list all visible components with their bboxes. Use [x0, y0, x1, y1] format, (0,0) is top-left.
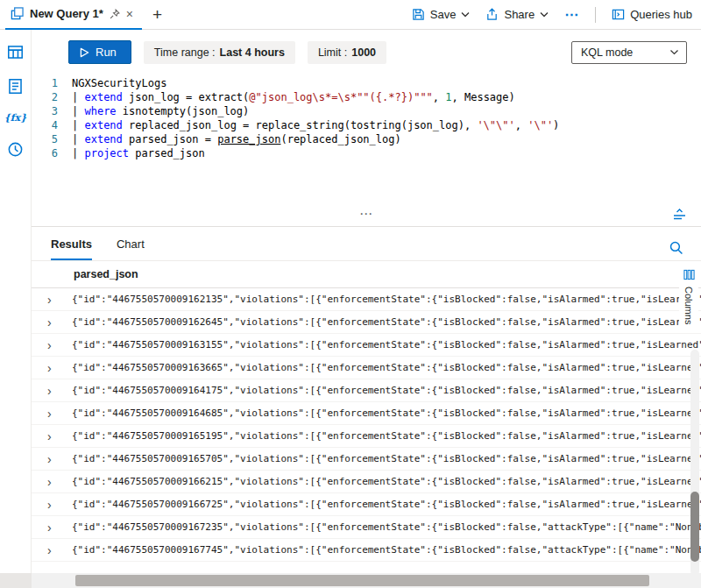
vertical-scrollbar[interactable] — [690, 350, 699, 576]
table-row[interactable]: ›{"id":"4467550570009162645","violations… — [32, 311, 701, 334]
row-json-text: {"id":"4467550570009165195","violations"… — [72, 430, 701, 442]
column-header-parsed-json[interactable]: parsed_json — [32, 260, 701, 288]
table-row[interactable]: ›{"id":"4467550570009164175","violations… — [32, 379, 701, 402]
table-row[interactable]: ›{"id":"4467550570009165705","violations… — [32, 448, 701, 471]
tab-results[interactable]: Results — [51, 237, 92, 260]
left-rail: {fx} — [0, 30, 32, 588]
table-row[interactable]: ›{"id":"4467550570009166725","violations… — [32, 493, 701, 516]
query-history-icon[interactable] — [7, 141, 24, 158]
share-button[interactable]: Share — [485, 8, 549, 21]
table-row[interactable]: ›{"id":"4467550570009165195","violations… — [32, 425, 701, 448]
code-token: parse_json — [217, 133, 280, 145]
row-json-text: {"id":"4467550570009163665","violations"… — [72, 362, 701, 373]
expand-row-chevron-icon[interactable]: › — [47, 385, 72, 397]
table-row[interactable]: ›{"id":"4467550570009167745","violations… — [32, 539, 701, 562]
tab-chart[interactable]: Chart — [117, 237, 145, 260]
row-json-text: {"id":"4467550570009165705","violations"… — [72, 453, 701, 464]
table-row[interactable]: ›{"id":"4467550570009167235","violations… — [32, 516, 701, 539]
columns-panel-toggle[interactable]: Columns — [679, 266, 698, 328]
code-text: NGXSecurityLogs — [72, 76, 166, 90]
expand-row-chevron-icon[interactable]: › — [47, 544, 72, 556]
line-number: 3 — [32, 104, 72, 118]
editor-lines: 1NGXSecurityLogs2| extend json_log = ext… — [32, 76, 701, 160]
expand-row-chevron-icon[interactable]: › — [47, 339, 72, 351]
limit-picker[interactable]: Limit : 1000 — [308, 41, 386, 64]
table-row[interactable]: ›{"id":"4467550570009162135","violations… — [32, 288, 701, 311]
table-row[interactable]: ›{"id":"4467550570009164685","violations… — [32, 402, 701, 425]
horizontal-scrollbar-thumb[interactable] — [75, 575, 649, 586]
code-token: where — [84, 105, 116, 117]
line-number: 4 — [32, 118, 72, 132]
queries-hub-button[interactable]: Queries hub — [612, 8, 692, 21]
code-token: replaced_json_log = replace_string(tostr… — [123, 119, 478, 131]
code-token: | — [72, 133, 84, 145]
kql-mode-dropdown[interactable]: KQL mode — [571, 41, 687, 64]
code-token: | — [72, 91, 84, 103]
expand-row-chevron-icon[interactable]: › — [47, 316, 72, 329]
code-line[interactable]: 3| where isnotempty(json_log) — [32, 104, 701, 118]
scrollbar-corner — [0, 573, 32, 588]
line-number: 6 — [32, 146, 72, 160]
time-range-picker[interactable]: Time range : Last 4 hours — [144, 41, 295, 64]
more-options-button[interactable]: ⋯ — [564, 6, 579, 23]
expand-row-chevron-icon[interactable]: › — [47, 521, 72, 534]
row-json-text: {"id":"4467550570009166215","violations"… — [72, 476, 701, 487]
save-label: Save — [430, 8, 457, 21]
functions-icon[interactable]: {fx} — [4, 112, 26, 124]
expand-row-chevron-icon[interactable]: › — [47, 430, 72, 443]
chevron-down-icon — [540, 11, 549, 18]
expand-row-chevron-icon[interactable]: › — [47, 476, 72, 488]
time-range-value: Last 4 hours — [220, 46, 285, 59]
line-number: 1 — [32, 76, 72, 90]
code-token: , Message) — [452, 91, 515, 103]
code-line[interactable]: 2| extend json_log = extract(@"json_log\… — [32, 90, 701, 104]
code-token: , — [433, 91, 445, 103]
table-row[interactable]: ›{"id":"4467550570009163665","violations… — [32, 357, 701, 379]
code-line[interactable]: 5| extend parsed_json = parse_json(repla… — [32, 132, 701, 146]
tables-icon[interactable] — [7, 44, 24, 60]
expand-row-chevron-icon[interactable]: › — [47, 407, 72, 420]
expand-row-chevron-icon[interactable]: › — [47, 499, 72, 511]
expand-row-chevron-icon[interactable]: › — [47, 294, 72, 306]
code-line[interactable]: 1NGXSecurityLogs — [32, 76, 701, 90]
run-label: Run — [96, 46, 117, 59]
kql-mode-value: KQL mode — [581, 46, 633, 59]
search-results-icon[interactable] — [669, 240, 683, 260]
query-editor[interactable]: 1NGXSecurityLogs2| extend json_log = ext… — [32, 71, 701, 209]
table-row[interactable]: ›{"id":"4467550570009163155","violations… — [32, 334, 701, 357]
table-row[interactable]: ›{"id":"4467550570009166215","violations… — [32, 471, 701, 493]
new-tab-button[interactable]: + — [142, 5, 173, 25]
chevron-down-icon — [669, 49, 679, 55]
example-queries-icon[interactable] — [7, 78, 24, 95]
code-token: parsed_json — [129, 147, 205, 159]
code-line[interactable]: 4| extend replaced_json_log = replace_st… — [32, 118, 701, 132]
row-json-text: {"id":"4467550570009167235","violations"… — [72, 521, 701, 533]
expand-row-chevron-icon[interactable]: › — [47, 362, 72, 374]
tab-title: New Query 1* — [30, 7, 103, 20]
code-token: extend — [84, 119, 122, 131]
row-json-text: {"id":"4467550570009162645","violations"… — [72, 316, 701, 328]
row-json-text: {"id":"4467550570009164685","violations"… — [72, 407, 701, 419]
query-tab[interactable]: New Query 1* × — [5, 0, 142, 30]
collapse-editor-icon[interactable] — [672, 208, 687, 221]
code-line[interactable]: 6| project parsed_json — [32, 146, 701, 160]
save-button[interactable]: Save — [412, 8, 471, 21]
query-file-icon — [11, 7, 24, 20]
save-icon — [412, 8, 425, 21]
horizontal-scrollbar[interactable] — [32, 573, 701, 588]
vertical-scrollbar-thumb[interactable] — [690, 492, 699, 562]
results-rows: ›{"id":"4467550570009162135","violations… — [32, 288, 701, 562]
splitter-handle-icon[interactable]: ⋯ — [359, 206, 373, 222]
code-token: (replaced_json_log) — [280, 133, 400, 145]
share-icon — [485, 8, 499, 21]
divider — [595, 7, 596, 23]
close-tab-icon[interactable]: × — [126, 8, 133, 20]
row-json-text: {"id":"4467550570009167745","violations"… — [72, 544, 701, 556]
expand-row-chevron-icon[interactable]: › — [47, 453, 72, 465]
play-icon — [80, 47, 89, 58]
line-number: 2 — [32, 90, 72, 104]
pane-splitter[interactable]: ⋯ — [32, 209, 701, 227]
run-button[interactable]: Run — [68, 40, 131, 64]
pin-icon[interactable] — [110, 9, 120, 19]
code-text: | where isnotempty(json_log) — [72, 104, 249, 118]
